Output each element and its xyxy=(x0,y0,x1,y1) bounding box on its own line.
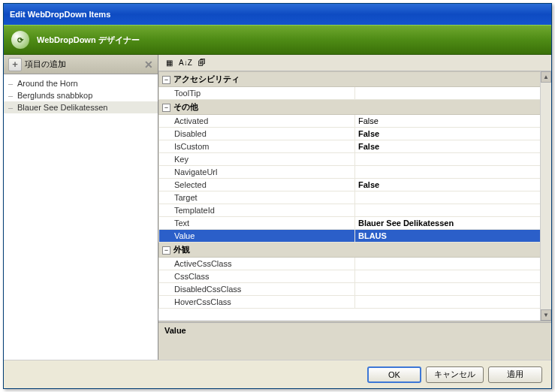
property-row[interactable]: CssClass xyxy=(159,270,551,283)
property-name: Activated xyxy=(159,115,355,128)
property-value[interactable] xyxy=(355,283,551,296)
property-row[interactable]: IsCustomFalse xyxy=(159,140,551,153)
tree-item[interactable]: Around the Horn xyxy=(4,77,158,89)
close-icon[interactable]: ✕ xyxy=(144,59,153,71)
property-name: TemplateId xyxy=(159,204,355,217)
category-row[interactable]: −その他 xyxy=(159,100,551,115)
description-pane: Value xyxy=(158,321,551,360)
dialog-body: + 項目の追加 ✕ Around the HornBerglunds snabb… xyxy=(4,55,551,360)
property-toolbar: ▦ A↓Z 🗐 xyxy=(158,55,551,71)
property-value[interactable] xyxy=(355,191,551,204)
property-row[interactable]: DisabledCssClass xyxy=(159,283,551,296)
property-panel: ▦ A↓Z 🗐 −アクセシビリティToolTip−その他ActivatedFal… xyxy=(158,55,551,360)
property-name: IsCustom xyxy=(159,140,355,153)
property-row[interactable]: ActivatedFalse xyxy=(159,115,551,128)
cancel-button[interactable]: キャンセル xyxy=(426,366,484,383)
property-value[interactable] xyxy=(355,296,551,309)
category-row[interactable]: −外観 xyxy=(159,243,551,258)
collapse-icon[interactable]: − xyxy=(162,104,170,112)
property-name: Target xyxy=(159,191,355,204)
property-row[interactable]: Target xyxy=(159,191,551,204)
property-value[interactable]: False xyxy=(355,115,551,128)
property-row[interactable]: TemplateId xyxy=(159,204,551,217)
property-name: NavigateUrl xyxy=(159,166,355,179)
collapse-icon[interactable]: − xyxy=(162,246,170,255)
property-row[interactable]: ToolTip xyxy=(159,87,551,100)
property-value[interactable] xyxy=(355,153,551,166)
designer-bar: ⟳ WebDropDown デザイナー xyxy=(4,25,551,55)
categorized-icon[interactable]: ▦ xyxy=(161,56,176,70)
add-item-icon[interactable]: + xyxy=(8,58,22,71)
vertical-scrollbar[interactable]: ▲ ▼ xyxy=(540,71,551,321)
property-row[interactable]: ActiveCssClass xyxy=(159,258,551,270)
items-tree[interactable]: Around the HornBerglunds snabbkopBlauer … xyxy=(4,74,158,360)
property-grid[interactable]: −アクセシビリティToolTip−その他ActivatedFalseDisabl… xyxy=(158,71,551,309)
property-row[interactable]: Key xyxy=(159,153,551,166)
property-name: CssClass xyxy=(159,270,355,283)
property-value[interactable]: False xyxy=(355,128,551,140)
property-value[interactable]: False xyxy=(355,140,551,153)
add-item-bar: + 項目の追加 ✕ xyxy=(4,55,158,74)
scroll-up-icon[interactable]: ▲ xyxy=(541,71,551,83)
alphabetical-icon[interactable]: A↓Z xyxy=(178,56,193,70)
description-title: Value xyxy=(164,326,545,335)
property-value[interactable] xyxy=(355,166,551,179)
property-value[interactable] xyxy=(355,204,551,217)
property-value[interactable] xyxy=(355,258,551,270)
property-name: ToolTip xyxy=(159,87,355,100)
add-item-label: 項目の追加 xyxy=(25,59,66,70)
property-row[interactable]: NavigateUrl xyxy=(159,166,551,179)
property-row[interactable]: TextBlauer See Delikatessen xyxy=(159,217,551,230)
property-row[interactable]: SelectedFalse xyxy=(159,179,551,191)
tree-item[interactable]: Blauer See Delikatessen xyxy=(4,101,158,113)
dialog-button-bar: OK キャンセル 適用 xyxy=(4,360,551,388)
ok-button[interactable]: OK xyxy=(367,366,421,383)
category-row[interactable]: −アクセシビリティ xyxy=(159,72,551,87)
property-value[interactable] xyxy=(355,87,551,100)
property-name: DisabledCssClass xyxy=(159,283,355,296)
property-name: HoverCssClass xyxy=(159,296,355,309)
property-name: Text xyxy=(159,217,355,230)
property-row[interactable]: ValueBLAUS xyxy=(159,230,551,243)
property-name: Value xyxy=(159,230,355,243)
property-pages-icon[interactable]: 🗐 xyxy=(195,56,210,70)
property-name: ActiveCssClass xyxy=(159,258,355,270)
property-grid-wrap: −アクセシビリティToolTip−その他ActivatedFalseDisabl… xyxy=(158,71,551,321)
property-value[interactable] xyxy=(355,270,551,283)
property-row[interactable]: DisabledFalse xyxy=(159,128,551,140)
property-name: Disabled xyxy=(159,128,355,140)
collapse-icon[interactable]: − xyxy=(162,76,170,84)
designer-label: WebDropDown デザイナー xyxy=(37,35,140,46)
apply-button[interactable]: 適用 xyxy=(488,366,542,383)
property-name: Key xyxy=(159,153,355,166)
dialog-window: Edit WebDropDown Items ⟳ WebDropDown デザイ… xyxy=(3,3,552,389)
tree-item[interactable]: Berglunds snabbkop xyxy=(4,89,158,101)
property-value[interactable]: Blauer See Delikatessen xyxy=(355,217,551,230)
items-panel: + 項目の追加 ✕ Around the HornBerglunds snabb… xyxy=(4,55,158,360)
window-title: Edit WebDropDown Items xyxy=(10,10,110,19)
scroll-down-icon[interactable]: ▼ xyxy=(541,309,551,321)
property-value[interactable]: BLAUS xyxy=(355,230,551,243)
property-name: Selected xyxy=(159,179,355,191)
designer-icon: ⟳ xyxy=(11,31,29,49)
property-row[interactable]: HoverCssClass xyxy=(159,296,551,309)
property-value[interactable]: False xyxy=(355,179,551,191)
title-bar: Edit WebDropDown Items xyxy=(4,4,551,25)
